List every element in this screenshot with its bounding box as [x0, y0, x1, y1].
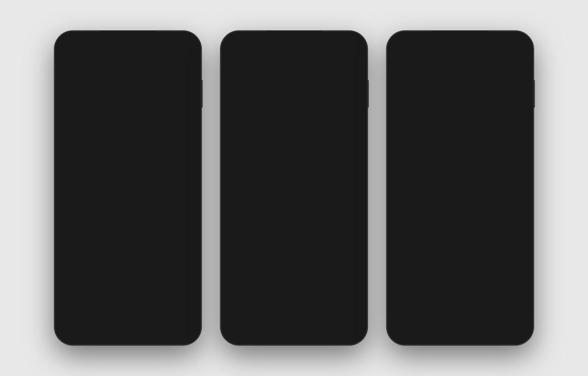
search-bar[interactable]: chocolate bars — [395, 53, 525, 65]
svg-rect-3 — [169, 42, 170, 46]
status-bar: 9.41 — [224, 35, 364, 50]
battery-icon — [512, 42, 520, 48]
svg-rect-60 — [500, 43, 501, 47]
follow-button[interactable]: Follow — [318, 75, 345, 85]
svg-rect-6 — [187, 44, 188, 46]
product-card[interactable]: Accent Athletics Lightweight Breathable … — [63, 217, 193, 257]
svg-point-43 — [278, 191, 324, 203]
brand-logo: K — [229, 73, 243, 87]
svg-point-23 — [84, 235, 86, 237]
microphone-icon[interactable] — [348, 55, 355, 62]
tag-1[interactable]: Women's atheletic shoes — [113, 280, 169, 289]
follow-button[interactable]: Follow — [151, 75, 179, 85]
tag-2[interactable]: Blenders — [310, 280, 336, 289]
more-options-button[interactable]: ⋮ — [349, 76, 359, 84]
camera-icon[interactable] — [503, 55, 510, 62]
hero-image — [390, 91, 530, 213]
status-icons — [497, 42, 520, 48]
search-icon — [399, 56, 406, 62]
read-more-link[interactable]: ...more — [250, 267, 264, 272]
svg-rect-68 — [516, 56, 518, 60]
search-right-icons — [171, 55, 189, 62]
review-count[interactable]: (812) — [116, 234, 126, 239]
svg-rect-25 — [332, 44, 333, 47]
tag-1[interactable]: Stand mixers — [273, 280, 307, 289]
tag-2[interactable]: Dark chocolate — [475, 280, 513, 289]
product-card[interactable]: Gordon's Chocolate Gordon's Extra Creamy… — [395, 217, 525, 257]
svg-rect-5 — [180, 43, 186, 46]
phone-screen: 9.41 es — [224, 35, 364, 341]
price: $11999 — [95, 241, 189, 247]
svg-point-49 — [332, 179, 337, 184]
svg-rect-29 — [346, 43, 352, 46]
camera-icon[interactable] — [337, 55, 344, 62]
scene: 9.41 ba — [36, 8, 552, 368]
status-bar: 9.41 — [58, 35, 198, 50]
svg-rect-30 — [353, 44, 354, 46]
tags-row: Men's athletic shoesWomen's atheletic sh… — [58, 277, 198, 292]
read-more-link[interactable]: ...more — [119, 267, 133, 272]
delivery-text: FREE delivery by tomorrow — [278, 248, 325, 252]
microphone-icon[interactable] — [182, 55, 189, 62]
svg-rect-64 — [519, 44, 520, 46]
product-thumbnail — [67, 221, 92, 245]
camera-icon[interactable] — [171, 55, 178, 62]
wifi-icon — [338, 42, 344, 47]
brand-logo: G — [395, 73, 409, 87]
svg-text:Gordon's: Gordon's — [406, 232, 417, 235]
search-bar[interactable]: espresso maker — [229, 53, 359, 65]
read-more-link[interactable]: ...more — [442, 267, 456, 272]
prime-check: ✓ — [95, 248, 98, 253]
svg-rect-72 — [460, 162, 476, 171]
tag-2[interactable]: Wo — [172, 280, 189, 289]
svg-point-22 — [82, 235, 86, 239]
product-thumbnail — [233, 221, 258, 245]
more-options-button[interactable]: ⋮ — [515, 76, 525, 84]
review-count[interactable]: (173) — [449, 234, 459, 239]
product-title-text: Gordon's Extra Creamy Milk Chocolate - P… — [427, 221, 521, 232]
prime-check: ✓ — [427, 248, 431, 253]
follow-button[interactable]: Follow — [484, 75, 512, 85]
product-description: Accent Athletics lightweight breathable … — [58, 261, 198, 277]
search-right-icons — [503, 55, 521, 62]
search-bar[interactable]: backpack — [63, 53, 193, 65]
tag-0[interactable]: Men's athletic shoes — [63, 280, 111, 289]
status-bar: 9.41 — [390, 35, 530, 50]
microphone-icon[interactable] — [514, 55, 521, 62]
svg-point-11 — [71, 77, 72, 79]
product-title-text: Accent Athletics Lightweight Breathable … — [95, 221, 189, 232]
search-query-text: espresso maker — [242, 56, 334, 62]
svg-rect-63 — [512, 43, 518, 46]
tag-0[interactable]: Chocolate bars — [395, 280, 433, 289]
tag-1[interactable]: Milk chocolate — [436, 280, 472, 289]
star-rating: ★★★★ — [261, 234, 278, 239]
wifi-icon — [172, 42, 178, 47]
tag-3[interactable]: Toast — [339, 280, 359, 289]
search-icon — [233, 56, 240, 62]
svg-rect-32 — [338, 57, 344, 61]
product-info: Gordon's Extra Creamy Milk Chocolate - P… — [427, 221, 521, 253]
stars-row: ★★★★½(812) — [95, 234, 189, 239]
stars-row: ★★★★½(173) — [427, 234, 521, 239]
svg-rect-19 — [65, 185, 191, 188]
svg-rect-2 — [168, 43, 169, 47]
search-bar-area: backpack — [58, 50, 198, 69]
svg-rect-81 — [407, 228, 416, 229]
phone-3: 9.41 ch — [387, 31, 534, 345]
product-card[interactable]: KitchenSmart - Professional Stand Mixer … — [229, 217, 359, 257]
phone-1: 9.41 ba — [55, 31, 201, 345]
product-thumbnail: Gordon's Chocolate — [399, 221, 424, 245]
search-bar-area: espresso maker — [224, 50, 364, 69]
svg-rect-34 — [350, 56, 352, 60]
star-rating: ★★★★½ — [427, 234, 448, 239]
status-time: 9.41 — [400, 42, 410, 48]
svg-point-21 — [76, 236, 77, 238]
tag-0[interactable]: Kitchen & Dining — [229, 280, 270, 289]
brand-row: GGordon's ChocolatierFollow⋮ — [390, 69, 530, 91]
more-options-button[interactable]: ⋮ — [183, 76, 193, 84]
svg-rect-66 — [504, 57, 510, 61]
signal-icon — [497, 42, 502, 47]
review-count[interactable]: (1528) — [279, 234, 291, 239]
search-query-text: chocolate bars — [408, 56, 501, 62]
svg-point-41 — [278, 140, 313, 164]
